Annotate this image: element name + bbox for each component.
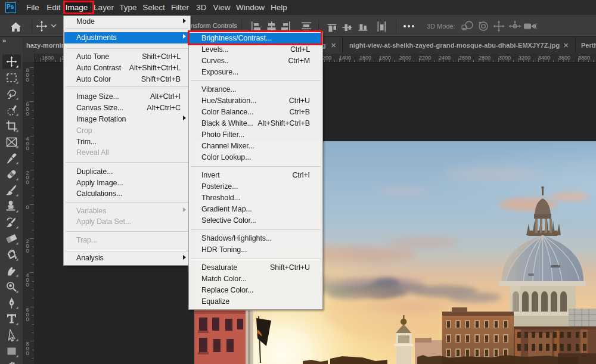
svg-text:3D Mode:: 3D Mode:: [427, 23, 455, 30]
svg-text:»: »: [2, 37, 6, 44]
svg-text:nsform Controls: nsform Controls: [191, 22, 237, 29]
